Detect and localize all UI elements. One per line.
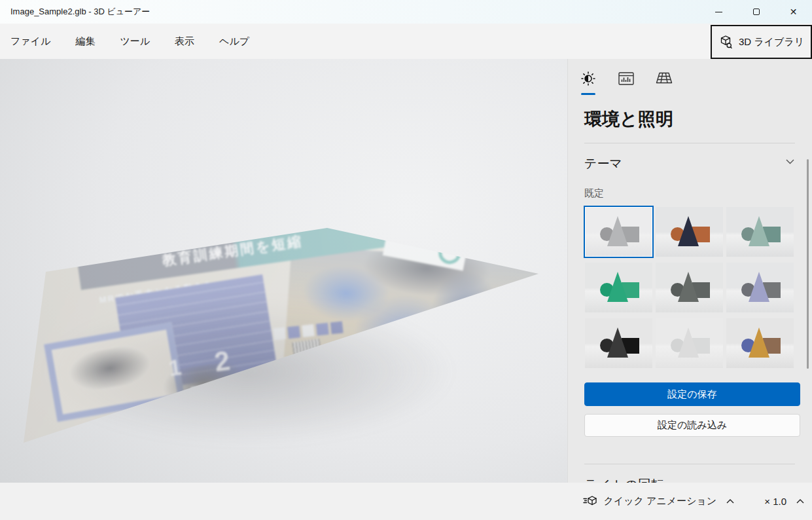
panel-heading: 環境と照明 (584, 107, 673, 131)
divider (584, 143, 795, 143)
theme-thumbnail-black[interactable] (585, 318, 652, 368)
theme-section-label: テーマ (584, 155, 622, 172)
theme-thumbnail-emerald[interactable] (585, 263, 652, 312)
minimize-button[interactable] (700, 0, 737, 24)
3d-viewport[interactable]: 教育訓練期間を短縮 MRでお手本となる動きを… 1 2 7 (0, 59, 567, 483)
menu-help[interactable]: ヘルプ (219, 35, 249, 48)
theme-thumbnail-sage-teal[interactable] (726, 207, 794, 257)
grid-view-tab[interactable] (655, 71, 673, 90)
menu-tools[interactable]: ツール (120, 35, 150, 48)
theme-thumbnail-charcoal[interactable] (656, 263, 723, 312)
panel-tabs (579, 71, 673, 90)
playback-speed-control[interactable]: × 1.0 (764, 496, 804, 507)
menu-file[interactable]: ファイル (10, 35, 50, 48)
theme-group-label: 既定 (584, 187, 604, 200)
window-title: Image_Sample2.glb - 3D ビューアー (10, 6, 150, 18)
tab-stats[interactable] (617, 71, 635, 90)
theme-thumbnail-multicolor[interactable] (726, 318, 794, 368)
sun-icon (580, 71, 596, 86)
animation-cube-icon (582, 495, 598, 508)
minimize-icon (715, 12, 722, 12)
3d-library-button[interactable]: 3D ライブラリ (711, 25, 812, 59)
menu-edit[interactable]: 編集 (75, 35, 95, 48)
poster-heading: 教育訓練期間を短縮 (161, 232, 304, 270)
theme-grid (585, 207, 795, 368)
quick-animation-control[interactable]: クイック アニメーション (582, 495, 735, 508)
grid-icon (656, 71, 673, 85)
quick-animation-label: クイック アニメーション (604, 495, 717, 508)
menu-bar: ファイル 編集 ツール 表示 ヘルプ 3D ライブラリ (0, 24, 812, 59)
theme-thumbnail-white[interactable] (656, 318, 723, 368)
theme-thumbnail-rust-navy[interactable] (656, 207, 723, 257)
tab-environment-lighting[interactable] (579, 71, 597, 90)
chevron-up-icon (726, 499, 734, 504)
3d-library-label: 3D ライブラリ (739, 36, 804, 48)
window-controls: ✕ (700, 0, 812, 24)
status-bar: クイック アニメーション × 1.0 (0, 483, 812, 520)
chevron-up-icon (796, 499, 804, 504)
maximize-icon (753, 9, 760, 15)
chevron-down-icon (786, 159, 794, 164)
maximize-button[interactable] (737, 0, 775, 24)
close-button[interactable]: ✕ (775, 0, 812, 24)
title-bar: Image_Sample2.glb - 3D ビューアー ✕ (0, 0, 812, 24)
theme-thumbnail-light-gray[interactable] (585, 207, 652, 257)
divider (584, 464, 795, 464)
theme-collapse-button[interactable] (786, 159, 794, 164)
load-settings-button[interactable]: 設定の読み込み (584, 414, 800, 437)
save-settings-button[interactable]: 設定の保存 (584, 382, 800, 406)
settings-panel: 環境と照明 テーマ 既定 設定の保存 設定の読み込み ライトの回転 (567, 59, 812, 483)
close-icon: ✕ (790, 7, 798, 16)
cube-search-icon (718, 35, 733, 49)
menu-view[interactable]: 表示 (175, 35, 194, 48)
playback-speed-label: × 1.0 (764, 496, 786, 507)
theme-thumbnail-lavender[interactable] (726, 263, 794, 312)
panel-scrollbar[interactable] (807, 159, 809, 369)
light-rotation-section-label: ライトの回転 (584, 476, 664, 483)
stats-icon (618, 71, 635, 86)
